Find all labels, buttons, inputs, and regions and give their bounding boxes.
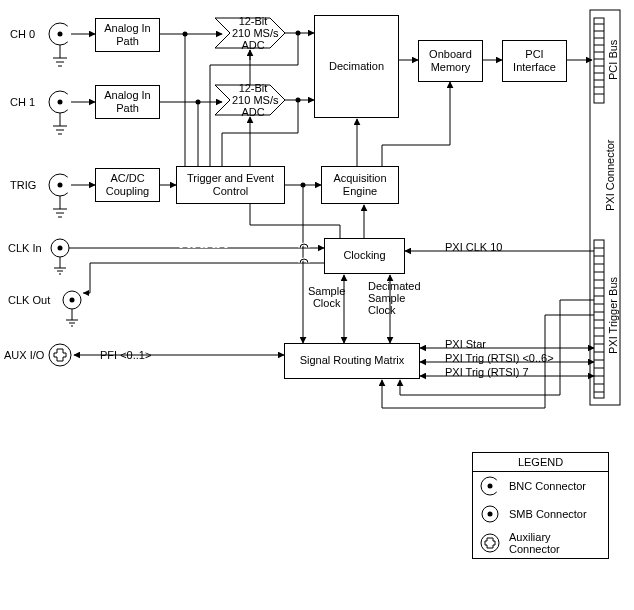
label-pci-bus: PCI Bus — [608, 30, 619, 90]
block-decimation: Decimation — [314, 15, 399, 118]
svg-point-88 — [301, 183, 306, 188]
label-pfi: PFI <0..1> — [100, 349, 151, 361]
block-adc-0: 12-Bit 210 MS/s ADC — [232, 15, 274, 51]
label-pxi-trig-7: PXI Trig (RTSI) 7 — [445, 366, 529, 378]
label-aux-io: AUX I/O — [4, 349, 44, 361]
svg-rect-34 — [594, 18, 604, 103]
aux-icon — [479, 532, 501, 554]
label-pxi-clk10: PXI CLK 10 — [445, 241, 502, 253]
svg-point-68 — [183, 32, 188, 37]
block-clocking: Clocking — [324, 238, 405, 274]
svg-rect-46 — [594, 240, 604, 398]
label-pxi-trig-06: PXI Trig (RTSI) <0..6> — [445, 352, 554, 364]
block-acquisition-engine: Acquisition Engine — [321, 166, 399, 204]
legend-title: LEGEND — [473, 453, 608, 472]
svg-point-7 — [58, 100, 63, 105]
svg-point-127 — [481, 534, 499, 552]
svg-point-1 — [58, 32, 63, 37]
legend-row-aux: Auxiliary Connector — [473, 528, 608, 558]
svg-point-0 — [49, 23, 71, 45]
label-clk-in: CLK In — [8, 242, 42, 254]
block-acdc-coupling: AC/DC Coupling — [95, 168, 160, 202]
legend-bnc-label: BNC Connector — [509, 480, 586, 492]
block-pci-interface: PCI Interface — [502, 40, 567, 82]
label-pxi-connector: PXI Connector — [605, 130, 616, 220]
svg-point-80 — [296, 98, 301, 103]
label-trig: TRIG — [10, 179, 36, 191]
legend-aux-label: Auxiliary Connector — [509, 531, 602, 555]
label-sample-clock: Sample Clock — [308, 285, 345, 309]
svg-point-25 — [70, 298, 75, 303]
block-adc-1: 12-Bit 210 MS/s ADC — [232, 82, 274, 118]
block-analog-in-path-0: Analog In Path — [95, 18, 160, 52]
svg-point-77 — [196, 100, 201, 105]
block-trigger-event: Trigger and Event Control — [176, 166, 285, 204]
label-ch0: CH 0 — [10, 28, 35, 40]
label-ch1: CH 1 — [10, 96, 35, 108]
legend-row-smb: SMB Connector — [473, 500, 608, 528]
block-analog-in-path-1: Analog In Path — [95, 85, 160, 119]
svg-point-12 — [49, 174, 71, 196]
label-pxi-star: PXI Star — [445, 338, 486, 350]
svg-point-6 — [49, 91, 71, 113]
legend-box: LEGEND BNC Connector SMB Connector Auxil… — [472, 452, 609, 559]
svg-point-71 — [296, 31, 301, 36]
block-onboard-memory: Onboard Memory — [418, 40, 483, 82]
svg-marker-101 — [83, 290, 89, 296]
legend-smb-label: SMB Connector — [509, 508, 587, 520]
svg-point-30 — [49, 344, 71, 366]
label-pxi-trigger-bus: PXI Trigger Bus — [608, 260, 619, 370]
label-decimated-sample-clock: Decimated Sample Clock — [368, 280, 421, 316]
smb-icon — [479, 503, 501, 525]
bnc-icon — [479, 475, 501, 497]
block-diagram: { "inputs": { "ch0": "CH 0", "ch1": "CH … — [0, 0, 634, 610]
label-clk-out: CLK Out — [8, 294, 50, 306]
block-signal-routing: Signal Routing Matrix — [284, 343, 420, 379]
svg-point-24 — [63, 291, 81, 309]
svg-point-18 — [51, 239, 69, 257]
svg-point-126 — [488, 512, 493, 517]
legend-row-bnc: BNC Connector — [473, 472, 608, 500]
svg-point-124 — [488, 484, 493, 489]
svg-point-13 — [58, 183, 63, 188]
svg-point-19 — [58, 246, 63, 251]
